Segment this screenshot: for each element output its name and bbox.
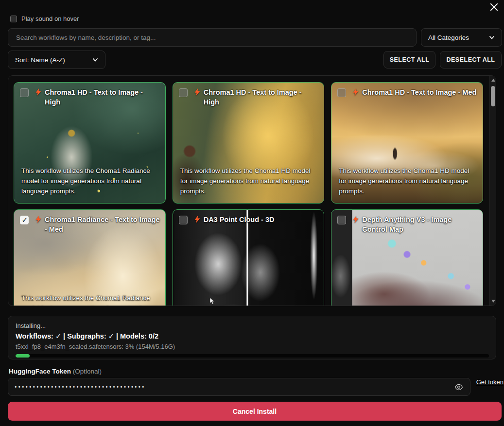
workflow-card[interactable]: Chroma1 HD - Text to Image - High This w…	[14, 82, 166, 204]
deselect-all-button[interactable]: DESELECT ALL	[440, 51, 502, 68]
select-all-button[interactable]: SELECT ALL	[383, 51, 435, 68]
install-panel: Installing... Workflows: ✓ | Subgraphs: …	[8, 316, 496, 359]
scrollbar-up-icon[interactable]	[490, 77, 496, 84]
workflow-checkbox[interactable]	[337, 216, 346, 224]
workflow-checkbox[interactable]	[337, 88, 346, 97]
lightning-icon	[35, 216, 42, 223]
workflow-title: DA3 Point Cloud - 3D	[194, 215, 275, 225]
lightning-icon	[194, 88, 201, 96]
mouse-cursor	[209, 297, 215, 305]
progress-fill	[16, 354, 30, 358]
workflow-checkbox[interactable]	[20, 216, 29, 224]
workflow-title: Chroma1 HD - Text to Image - High	[35, 88, 160, 107]
install-file-progress: t5xxl_fp8_e4m3fn_scaled.safetensors: 3% …	[16, 343, 488, 350]
workflow-grid: Chroma1 HD - Text to Image - High This w…	[8, 75, 496, 306]
lightning-icon	[352, 216, 359, 223]
close-icon	[490, 3, 498, 11]
progress-bar	[16, 354, 489, 358]
eye-icon	[454, 383, 463, 392]
workflow-card[interactable]: Chroma1 HD - Text to Image - Med This wo…	[331, 82, 483, 204]
workflow-description: This workflow utilizes the Choma1 Radian…	[21, 166, 158, 196]
toggle-token-visibility-button[interactable]	[453, 382, 464, 392]
category-select[interactable]: All Categories	[421, 28, 502, 47]
play-sound-label: Play sound on hover	[21, 15, 79, 22]
category-select-value: All Categories	[428, 34, 469, 41]
workflow-checkbox[interactable]	[179, 216, 188, 224]
token-input-wrap	[8, 378, 470, 396]
workflow-title: Chroma1 HD - Text to Image - High	[194, 88, 319, 107]
close-button[interactable]	[488, 1, 499, 12]
workflow-card[interactable]: DA3 Point Cloud - 3D	[173, 209, 325, 306]
lightning-icon	[194, 216, 201, 223]
get-token-link[interactable]: Get token	[476, 378, 504, 386]
workflow-description: This workflow utilizes the Choma1 Radian…	[21, 293, 158, 306]
chevron-down-icon	[489, 34, 495, 40]
install-summary: Workflows: ✓ | Subgraphs: ✓ | Models: 0/…	[16, 332, 488, 340]
sort-select[interactable]: Sort: Name (A-Z)	[8, 51, 105, 69]
search-input[interactable]	[8, 28, 417, 47]
play-sound-checkbox[interactable]	[10, 16, 17, 22]
sort-select-value: Sort: Name (A-Z)	[15, 56, 65, 64]
scrollbar-down-icon[interactable]	[490, 298, 496, 305]
token-label-row: HuggingFace Token (Optional)	[9, 368, 102, 375]
workflow-checkbox[interactable]	[179, 88, 188, 97]
lightning-icon	[35, 88, 42, 96]
workflow-card[interactable]: Depth Anything V3 - Image Control Map	[331, 209, 483, 306]
token-label: HuggingFace Token	[9, 368, 71, 375]
cancel-install-button[interactable]: Cancel Install	[8, 402, 502, 421]
token-input[interactable]	[14, 384, 453, 390]
workflow-title: Depth Anything V3 - Image Control Map	[352, 215, 478, 234]
workflow-checkbox[interactable]	[20, 88, 29, 97]
scrollbar-thumb[interactable]	[491, 86, 495, 106]
workflow-description: This workflow utilizes the Choma1 HD mod…	[339, 166, 475, 196]
chevron-down-icon	[92, 57, 98, 63]
install-status: Installing...	[16, 322, 488, 329]
lightning-icon	[352, 88, 359, 96]
workflow-title: Chroma1 Radiance - Text to Image - Med	[35, 215, 160, 234]
workflow-description: This workflow utilizes the Choma1 HD mod…	[180, 166, 317, 196]
workflow-card[interactable]: Chroma1 Radiance - Text to Image - Med T…	[14, 209, 166, 306]
workflow-title: Chroma1 HD - Text to Image - Med	[352, 88, 476, 98]
play-sound-row: Play sound on hover	[10, 15, 79, 22]
workflow-card[interactable]: Chroma1 HD - Text to Image - High This w…	[173, 82, 325, 204]
grid-scrollbar[interactable]	[489, 76, 496, 306]
